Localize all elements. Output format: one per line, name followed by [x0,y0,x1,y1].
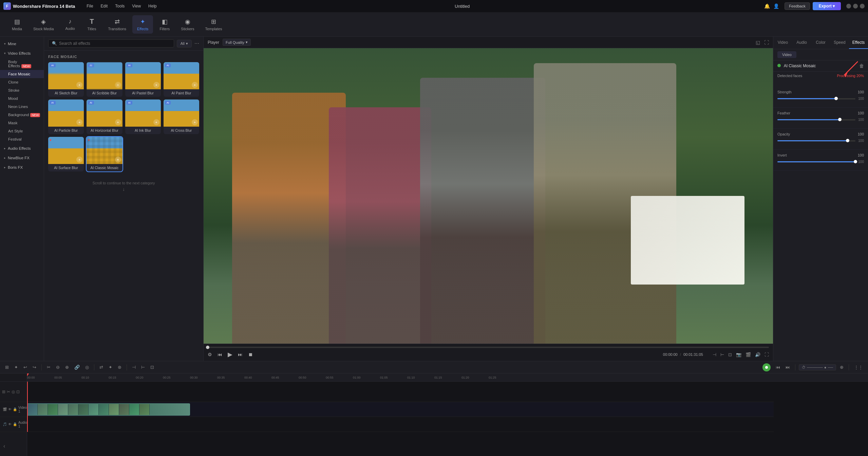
player-step-forward-icon[interactable]: ⏭ [238,352,243,357]
add-btn-pastel[interactable]: + [153,82,159,88]
effect-item-ai-horizontal-blur[interactable]: AI + AI Horizontal Blur [87,99,122,134]
effect-item-ai-pastel-blur[interactable]: AI + AI Pastel Blur [125,62,161,97]
feedback-button[interactable]: Feedback [785,2,810,10]
player-pip-icon[interactable]: ◱ [756,40,760,45]
tl-more-btn[interactable]: ⋮⋮ [852,364,865,371]
tool-audio[interactable]: ♪ Audio [60,15,80,33]
quality-select[interactable]: Full Quality ▾ [223,39,251,46]
rpanel-subtab-video-btn[interactable]: Video [777,51,796,58]
sidebar-mine-header[interactable]: ▾ Mine [0,39,44,48]
sidebar-boris-header[interactable]: ▸ Boris FX [0,163,44,172]
sidebar-item-clone[interactable]: Clone [0,78,44,86]
invert-slider[interactable] [777,161,855,163]
feather-slider-handle[interactable] [838,118,842,121]
tl-label-audio1-eye[interactable]: 👁 [8,422,12,426]
volume-icon[interactable]: 🔊 [755,352,760,357]
timeline-content[interactable]: 00:00 00:05 00:10 00:15 00:20 00:25 00:3… [27,373,868,456]
player-settings-icon[interactable]: ⚙ [208,352,212,357]
tl-group-btn[interactable]: ◎ [83,364,91,371]
tl-transition-btn[interactable]: ⇄ [98,364,105,371]
account-icon[interactable]: 👤 [773,3,779,9]
fullscreen2-icon[interactable]: ⛶ [765,352,769,357]
sidebar-item-stroke[interactable]: Stroke [0,86,44,94]
sidebar-item-face-mosaic[interactable]: Face Mosaic [0,70,44,78]
tool-templates[interactable]: ⊞ Templates [200,15,227,34]
tl-label-video1-eye[interactable]: 👁 [8,407,12,411]
tl-label-audio1-lock[interactable]: 🔒 [13,422,17,426]
filter-button[interactable]: All ▾ [177,40,192,48]
tl-ctrl-icon2[interactable]: ✂ [7,389,10,394]
tool-effects[interactable]: ✦ Effects [132,15,153,34]
tl-mark-in-btn[interactable]: ⊣ [130,364,137,371]
menu-file[interactable]: File [83,2,96,10]
tl-ctrl-icon4[interactable]: ⊡ [16,389,20,394]
export-button[interactable]: Export ▾ [813,2,841,10]
menu-tools[interactable]: Tools [112,2,128,10]
sidebar-item-mood[interactable]: Mood [0,94,44,103]
tool-titles[interactable]: T Titles [82,15,102,34]
minimize-button[interactable] [846,4,851,8]
effect-item-ai-cross-blur[interactable]: AI + AI Cross Blur [164,99,199,134]
add-btn-ink[interactable]: + [153,119,159,125]
tl-ctrl-icon1[interactable]: ⊞ [2,389,5,394]
player-play-icon[interactable]: ▶ [228,351,232,358]
tl-video-clip[interactable] [27,403,190,416]
sidebar-audio-effects-header[interactable]: ▸ Audio Effects [0,144,44,153]
effect-item-ai-paint-blur[interactable]: AI + AI Paint Blur [164,62,199,97]
tool-media[interactable]: ▤ Media [7,15,27,34]
tool-filters[interactable]: ◧ Filters [154,15,175,34]
split-icon[interactable]: ⊡ [728,352,732,357]
sidebar-item-mask[interactable]: Mask [0,119,44,127]
tl-prev-frame-btn[interactable]: ⏮ [774,364,782,371]
menu-edit[interactable]: Edit [97,2,111,10]
tl-next-frame-btn[interactable]: ⏭ [784,364,792,371]
menu-help[interactable]: Help [145,2,160,10]
effect-item-ai-surface-blur[interactable]: ♥ + AI Surface Blur [48,137,84,171]
player-stop-icon[interactable]: ⏹ [248,352,253,357]
rpanel-tab-video[interactable]: Video [773,37,792,49]
player-step-back-icon[interactable]: ⏮ [218,352,222,357]
add-btn-cross[interactable]: + [192,119,198,125]
opacity-slider-handle[interactable] [846,139,849,142]
tl-crop-btn[interactable]: ⊕ [63,364,71,371]
bracket-in-icon[interactable]: ⊣ [713,352,716,357]
effect-item-ai-scribble-blur[interactable]: AI + AI Scribble Blur [87,62,122,97]
tl-delete-btn[interactable]: ⊖ [54,364,61,371]
rpanel-tab-effects[interactable]: Effects [849,37,868,49]
render-icon[interactable]: 🎬 [746,352,751,357]
tool-stock-media[interactable]: ◈ Stock Media [29,15,59,34]
search-input[interactable] [59,41,170,46]
tl-ctrl-icon3[interactable]: ◎ [12,389,15,394]
effect-item-ai-ink-blur[interactable]: AI + AI Ink Blur [125,99,161,134]
effect-item-ai-particle-blur[interactable]: AI + AI Particle Blur [48,99,84,134]
sidebar-item-body-effects[interactable]: Body EffectsNEW [0,58,44,70]
rpanel-tab-color[interactable]: Color [811,37,830,49]
tool-transitions[interactable]: ⇄ Transitions [103,15,131,34]
tl-add-track-btn[interactable]: ⊞ [3,364,11,371]
player-fullscreen-icon[interactable]: ⛶ [764,40,769,45]
tl-redo-btn[interactable]: ↪ [31,364,38,371]
tl-label-video1-lock[interactable]: 🔒 [13,407,17,411]
effect-item-ai-sketch-blur[interactable]: AI + AI Sketch Blur [48,62,84,97]
add-btn-surface[interactable]: + [76,157,82,163]
effect-item-ai-classic-mosaic[interactable]: ♥ + AI Classic Mosaic [87,137,122,171]
sidebar-item-neon-lines[interactable]: Neon Lines [0,103,44,111]
add-btn-particle[interactable]: + [76,119,82,125]
snapshot-icon[interactable]: 📷 [736,352,741,357]
tl-ai-btn[interactable]: ⊛ [116,364,123,371]
tool-stickers[interactable]: ◉ Stickers [176,15,199,34]
tl-undo-btn[interactable]: ↩ [22,364,29,371]
tl-record-btn[interactable] [762,363,771,371]
sidebar-video-effects-header[interactable]: ▾ Video Effects [0,49,44,58]
notification-icon[interactable]: 🔔 [764,3,770,9]
add-btn-mosaic[interactable]: + [115,157,121,163]
rpanel-tab-speed[interactable]: Speed [830,37,849,49]
tl-mark-out-btn[interactable]: ⊢ [139,364,147,371]
menu-view[interactable]: View [129,2,144,10]
add-btn-horizontal[interactable]: + [115,119,121,125]
sidebar-item-art-style[interactable]: Art Style [0,127,44,135]
sidebar-item-background[interactable]: BackgroundNEW [0,111,44,119]
player-timeline-handle[interactable] [206,346,209,349]
invert-slider-handle[interactable] [854,160,857,163]
sidebar-item-festival[interactable]: Festival [0,135,44,143]
